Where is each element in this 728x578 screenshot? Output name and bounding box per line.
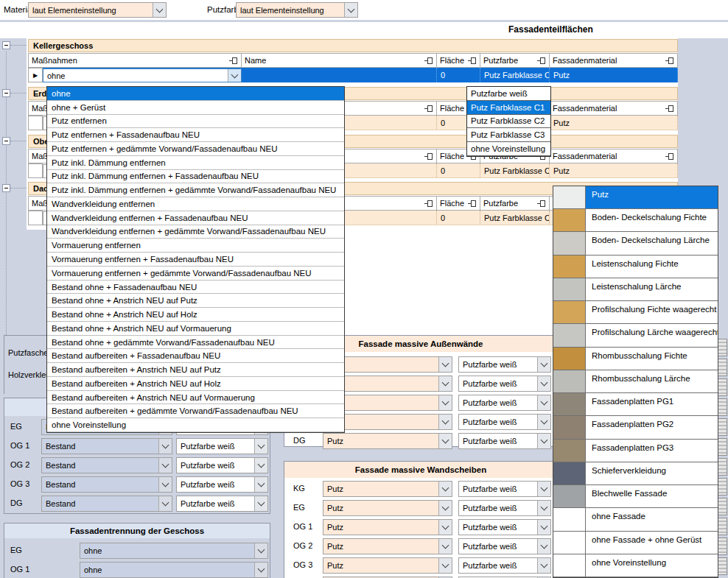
- massnahmen-menu-item[interactable]: Bestand ohne + Anstrich NEU auf Putz: [47, 294, 344, 308]
- aussenwand-putzfarbe-dropdown-button[interactable]: [537, 434, 550, 448]
- aussenwand-putzfarbe-dropdown[interactable]: Putzfarbe weiß: [458, 376, 551, 392]
- wandscheibe-putzfarbe-dropdown[interactable]: Putzfarbe weiß: [458, 557, 551, 574]
- aussenwand-material-dropdown-button[interactable]: [438, 376, 452, 391]
- material-menu-item[interactable]: Profilschalung Lärche waagerecht: [553, 324, 718, 347]
- trennung-dropdown[interactable]: ohne: [80, 562, 268, 578]
- pin-icon[interactable]: [468, 200, 477, 208]
- material-menu-item[interactable]: Rhombusschalung Fichte: [553, 348, 718, 370]
- col-header-putzfarbe[interactable]: Putzfarbe: [480, 53, 550, 68]
- wandscheibe-material-dropdown[interactable]: Putz: [323, 500, 452, 516]
- floor-putzfarbe-dropdown-button[interactable]: [254, 439, 267, 454]
- massnahmen-menu-item[interactable]: Bestand aufbereiten + Fassadenaufbau NEU: [47, 349, 344, 363]
- massnahmen-cell-dropdown-kellergeschoss[interactable]: ohne: [43, 68, 242, 82]
- trennung-dropdown[interactable]: ohne: [80, 543, 268, 559]
- aussenwand-putzfarbe-dropdown[interactable]: Putzfarbe weiß: [458, 356, 551, 373]
- floor-massnahme-dropdown-button[interactable]: [158, 496, 172, 511]
- aussenwand-putzfarbe-dropdown-button[interactable]: [537, 357, 550, 372]
- massnahmen-menu-item[interactable]: Putz inkl. Dämmung entfernen + Fassadena…: [47, 170, 344, 184]
- floor-massnahme-dropdown[interactable]: Bestand: [41, 438, 172, 454]
- aussenwand-putzfarbe-dropdown-button[interactable]: [537, 376, 550, 391]
- flaeche-cell[interactable]: 0: [437, 163, 480, 178]
- collapse-icon-erdgeschoss[interactable]: [2, 89, 10, 97]
- massnahmen-menu-item[interactable]: ohne: [47, 87, 344, 101]
- wandscheibe-putzfarbe-dropdown-button[interactable]: [537, 558, 550, 573]
- floor-massnahme-dropdown[interactable]: Bestand: [41, 457, 172, 473]
- putzfarbe-cell[interactable]: Putz Farbklasse C1: [480, 211, 550, 225]
- floor-massnahme-dropdown-button[interactable]: [158, 439, 172, 454]
- wandscheibe-putzfarbe-dropdown-button[interactable]: [537, 539, 550, 554]
- wandscheibe-material-dropdown-button[interactable]: [438, 482, 452, 496]
- flaeche-cell[interactable]: 0: [437, 68, 480, 82]
- col-header-flche[interactable]: Fläche: [437, 196, 480, 211]
- material-menu-item[interactable]: Leistenschalung Lärche: [553, 278, 718, 301]
- col-header-fassadenmaterial[interactable]: Fassadenmaterial: [550, 101, 678, 116]
- putzfarbe-cell[interactable]: Putz Farbklasse C1: [480, 163, 550, 178]
- aussenwand-putzfarbe-dropdown-button[interactable]: [537, 415, 550, 429]
- floor-massnahme-dropdown-button[interactable]: [158, 458, 172, 473]
- trennung-dropdown-button[interactable]: [254, 543, 267, 558]
- flaeche-cell[interactable]: 0: [437, 211, 480, 225]
- material-menu-item[interactable]: Putz: [553, 186, 718, 209]
- collapse-icon-obergeschoss[interactable]: [2, 137, 10, 145]
- putzfarbe-menu-item[interactable]: Putzfarbe weiß: [467, 87, 550, 101]
- wandscheibe-material-dropdown-button[interactable]: [438, 520, 452, 535]
- wandscheibe-putzfarbe-dropdown[interactable]: Putzfarbe weiß: [458, 481, 551, 497]
- floor-putzfarbe-dropdown[interactable]: Putzfarbe weiß: [176, 457, 268, 473]
- floor-putzfarbe-dropdown-button[interactable]: [254, 458, 267, 473]
- col-header-flche[interactable]: Fläche: [437, 53, 480, 68]
- trennung-dropdown-button[interactable]: [254, 563, 267, 577]
- material-menu-item[interactable]: Rhombusschalung Lärche: [553, 370, 718, 393]
- floor-massnahme-dropdown[interactable]: Bestand: [41, 496, 172, 512]
- row-marker[interactable]: ▶: [28, 68, 43, 82]
- massnahmen-menu-item[interactable]: Bestand ohne + Anstrich NEU auf Holz: [47, 308, 344, 322]
- material-menu-item[interactable]: Fassadenplatten PG1: [553, 393, 718, 416]
- wandscheibe-material-dropdown-button[interactable]: [438, 501, 452, 515]
- material-dropdown[interactable]: laut Elementeinstellung: [28, 2, 167, 18]
- material-menu-item[interactable]: Blechwelle Fassade: [553, 485, 718, 508]
- massnahmen-menu-item[interactable]: Bestand aufbereiten + Anstrich NEU auf P…: [47, 363, 344, 377]
- material-menu-item[interactable]: ohne Fassade: [553, 508, 718, 531]
- col-header-putzfarbe[interactable]: Putzfarbe: [480, 196, 550, 211]
- material-menu-item[interactable]: Fassadenplatten PG2: [553, 416, 718, 439]
- material-menu-item[interactable]: Boden- Deckelschalung Fichte: [553, 209, 718, 232]
- wandscheibe-putzfarbe-dropdown-button[interactable]: [537, 501, 550, 515]
- row-marker[interactable]: [28, 211, 43, 225]
- fassadenmaterial-cell[interactable]: Putz: [550, 116, 678, 130]
- wandscheibe-material-dropdown-button[interactable]: [438, 558, 452, 573]
- wandscheibe-material-dropdown[interactable]: Putz: [323, 557, 452, 574]
- putzfarbe-menu-item[interactable]: ohne Voreinstellung: [467, 142, 550, 156]
- massnahmen-menu-item[interactable]: Putz entfernen + gedämmte Vorwand/Fassad…: [47, 142, 344, 156]
- pin-icon[interactable]: [468, 57, 477, 65]
- floor-putzfarbe-dropdown[interactable]: Putzfarbe weiß: [176, 476, 268, 493]
- aussenwand-material-dropdown-button[interactable]: [438, 415, 452, 429]
- aussenwand-material-dropdown-button[interactable]: [438, 395, 452, 410]
- wandscheibe-putzfarbe-dropdown-button[interactable]: [537, 482, 550, 496]
- massnahmen-menu-item[interactable]: Putz inkl. Dämmung entfernen + gedämmte …: [47, 183, 344, 197]
- wandscheibe-material-dropdown[interactable]: Putz: [323, 519, 452, 535]
- aussenwand-putzfarbe-dropdown[interactable]: Putzfarbe weiß: [458, 395, 551, 411]
- putzfarbe-cell[interactable]: Putz Farbklasse C1: [480, 68, 550, 82]
- pin-icon[interactable]: [424, 57, 433, 65]
- wandscheibe-putzfarbe-dropdown[interactable]: Putzfarbe weiß: [458, 519, 551, 535]
- floor-putzfarbe-dropdown[interactable]: Putzfarbe weiß: [176, 496, 268, 512]
- massnahmen-cell-dropdown-kellergeschoss-button[interactable]: [228, 69, 241, 82]
- floor-putzfarbe-dropdown-button[interactable]: [254, 496, 267, 511]
- material-menu-item[interactable]: ohne Voreinstellung: [553, 554, 718, 577]
- aussenwand-putzfarbe-dropdown[interactable]: Putzfarbe weiß: [458, 414, 551, 430]
- pin-icon[interactable]: [537, 200, 546, 208]
- pin-icon[interactable]: [424, 152, 433, 161]
- massnahmen-menu-item[interactable]: ohne + Gerüst: [47, 101, 344, 115]
- wandscheibe-putzfarbe-dropdown[interactable]: Putzfarbe weiß: [458, 538, 551, 554]
- massnahmen-menu-item[interactable]: Putz entfernen + Fassadenaufbau NEU: [47, 128, 344, 142]
- putzfarbe-menu-item[interactable]: Putz Farbklasse C3: [467, 128, 550, 142]
- material-menu-item[interactable]: Fassadenplatten PG3: [553, 440, 718, 462]
- pin-icon[interactable]: [424, 200, 433, 208]
- floor-putzfarbe-dropdown-button[interactable]: [254, 477, 267, 492]
- fassadenmaterial-cell[interactable]: Putz: [550, 163, 678, 178]
- collapse-icon-dachgeschoss[interactable]: [2, 184, 10, 192]
- pin-icon[interactable]: [424, 105, 433, 113]
- massnahmen-menu-item[interactable]: Putz inkl. Dämmung entfernen: [47, 156, 344, 170]
- material-menu-item[interactable]: Boden- Deckelschalung Lärche: [553, 232, 718, 255]
- wandscheibe-material-dropdown[interactable]: Putz: [323, 538, 452, 554]
- wandscheibe-putzfarbe-dropdown[interactable]: Putzfarbe weiß: [458, 500, 551, 516]
